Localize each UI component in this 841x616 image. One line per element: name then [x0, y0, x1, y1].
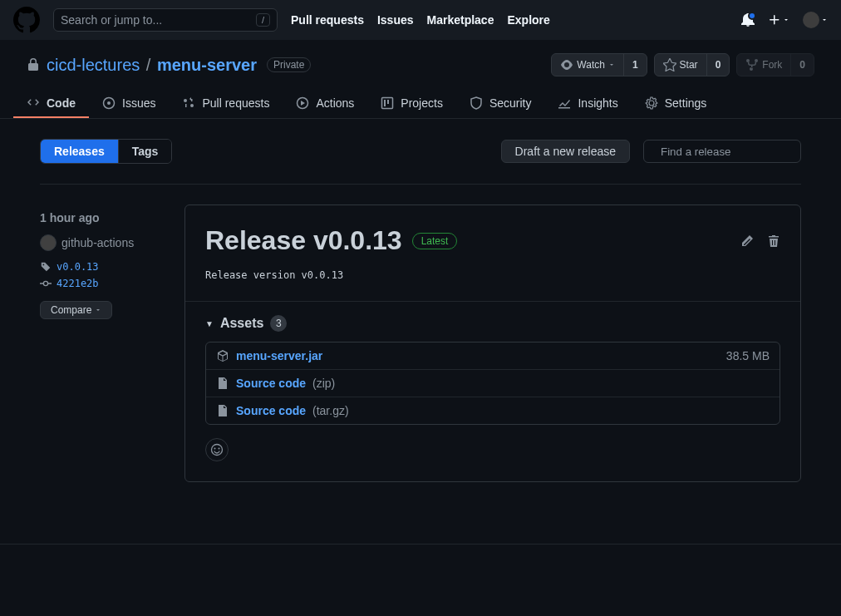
tab-settings[interactable]: Settings — [632, 90, 721, 118]
caret-down-icon: ▼ — [205, 319, 214, 328]
tab-tags[interactable]: Tags — [118, 140, 172, 163]
smiley-icon — [210, 443, 224, 456]
zip-icon — [216, 404, 229, 417]
add-reaction-button[interactable] — [205, 438, 229, 461]
draft-release-button[interactable]: Draft a new release — [501, 140, 630, 163]
asset-size: 38.5 MB — [726, 349, 770, 362]
star-button[interactable]: Star 0 — [654, 53, 730, 76]
assets-label: Assets — [220, 316, 263, 331]
fork-button[interactable]: Fork 0 — [736, 53, 814, 76]
code-icon — [27, 96, 40, 110]
lock-icon — [27, 58, 40, 71]
release-tag[interactable]: v0.0.13 — [40, 261, 165, 273]
pull-request-icon — [182, 96, 195, 110]
github-logo[interactable] — [13, 7, 40, 33]
asset-row[interactable]: Source code (tar.gz) — [206, 397, 780, 424]
create-new-dropdown[interactable] — [768, 13, 789, 27]
releases-tags-switch: Releases Tags — [40, 139, 172, 164]
notification-indicator — [748, 12, 756, 20]
global-nav: Pull requests Issues Marketplace Explore — [291, 13, 550, 27]
tab-issues[interactable]: Issues — [89, 90, 169, 118]
release-card: Release v0.0.13 Latest Release version v… — [184, 205, 801, 482]
pencil-icon — [740, 234, 754, 248]
caret-down-icon — [608, 62, 615, 68]
visibility-badge: Private — [267, 57, 311, 72]
asset-suffix: (zip) — [312, 377, 335, 390]
tab-actions[interactable]: Actions — [283, 90, 367, 118]
release-sidebar: 1 hour ago github-actions v0.0.13 4221e2… — [40, 205, 165, 482]
zip-icon — [216, 377, 229, 390]
fork-label: Fork — [762, 59, 782, 71]
nav-pull-requests[interactable]: Pull requests — [291, 13, 364, 27]
find-release-search[interactable] — [643, 140, 801, 163]
asset-row[interactable]: menu-server.jar 38.5 MB — [206, 342, 780, 369]
star-icon — [663, 58, 676, 71]
svg-point-6 — [214, 448, 216, 450]
graph-icon — [558, 96, 571, 110]
release-author[interactable]: github-actions — [40, 234, 165, 251]
repo-owner-link[interactable]: cicd-lectures — [47, 56, 140, 74]
edit-release-button[interactable] — [740, 234, 754, 248]
caret-down-icon — [95, 307, 101, 313]
tab-pull-requests[interactable]: Pull requests — [169, 90, 283, 118]
repo-header: cicd-lectures / menu-server Private Watc… — [0, 40, 841, 76]
shield-icon — [470, 96, 483, 110]
search-input[interactable] — [61, 13, 256, 27]
find-release-input[interactable] — [661, 145, 801, 158]
issue-icon — [102, 96, 116, 110]
nav-marketplace[interactable]: Marketplace — [427, 13, 494, 27]
notifications-button[interactable] — [741, 13, 755, 27]
asset-name[interactable]: Source code — [236, 377, 306, 390]
star-count[interactable]: 0 — [706, 54, 730, 76]
fork-icon — [745, 58, 759, 71]
project-icon — [381, 96, 394, 110]
tab-insights[interactable]: Insights — [544, 90, 631, 118]
svg-point-1 — [107, 101, 111, 105]
asset-name[interactable]: Source code — [236, 404, 306, 417]
gear-icon — [645, 96, 658, 110]
global-search[interactable]: / — [53, 8, 278, 32]
caret-down-icon — [821, 17, 828, 23]
asset-name[interactable]: menu-server.jar — [236, 349, 322, 362]
delete-release-button[interactable] — [767, 234, 780, 248]
nav-explore[interactable]: Explore — [507, 13, 549, 27]
release-title: Release v0.0.13 — [205, 225, 402, 256]
avatar — [803, 12, 819, 28]
tag-icon — [40, 261, 52, 273]
asset-suffix: (tar.gz) — [312, 404, 349, 417]
svg-point-7 — [219, 448, 220, 450]
user-menu[interactable] — [803, 12, 828, 28]
star-label: Star — [680, 59, 698, 71]
asset-row[interactable]: Source code (zip) — [206, 369, 780, 397]
nav-issues[interactable]: Issues — [377, 13, 414, 27]
assets-count: 3 — [270, 315, 287, 332]
assets-toggle[interactable]: ▼ Assets 3 — [205, 315, 780, 332]
avatar — [40, 234, 57, 251]
release-description: Release version v0.0.13 — [205, 269, 780, 281]
compare-button[interactable]: Compare — [40, 301, 112, 319]
repo-name-link[interactable]: menu-server — [157, 56, 257, 74]
release-time: 1 hour ago — [40, 211, 165, 224]
caret-down-icon — [783, 17, 789, 23]
divider — [40, 184, 801, 185]
assets-list: menu-server.jar 38.5 MB Source code (zip… — [205, 342, 780, 425]
plus-icon — [768, 13, 781, 27]
svg-point-4 — [43, 281, 47, 285]
watch-count[interactable]: 1 — [623, 54, 647, 76]
fork-count[interactable]: 0 — [790, 54, 814, 76]
tab-projects[interactable]: Projects — [367, 90, 456, 118]
divider — [0, 544, 841, 545]
trash-icon — [767, 234, 780, 248]
play-icon — [296, 96, 309, 110]
release-commit[interactable]: 4221e2b — [40, 278, 165, 289]
divider — [185, 301, 800, 302]
repo-title-separator: / — [146, 56, 151, 74]
tab-code[interactable]: Code — [13, 90, 89, 118]
tab-security[interactable]: Security — [456, 90, 545, 118]
eye-icon — [560, 58, 573, 71]
tab-releases[interactable]: Releases — [41, 140, 118, 163]
global-header: / Pull requests Issues Marketplace Explo… — [0, 0, 841, 40]
commit-icon — [40, 278, 52, 289]
releases-subnav: Releases Tags Draft a new release — [40, 139, 801, 164]
watch-button[interactable]: Watch 1 — [551, 53, 647, 76]
